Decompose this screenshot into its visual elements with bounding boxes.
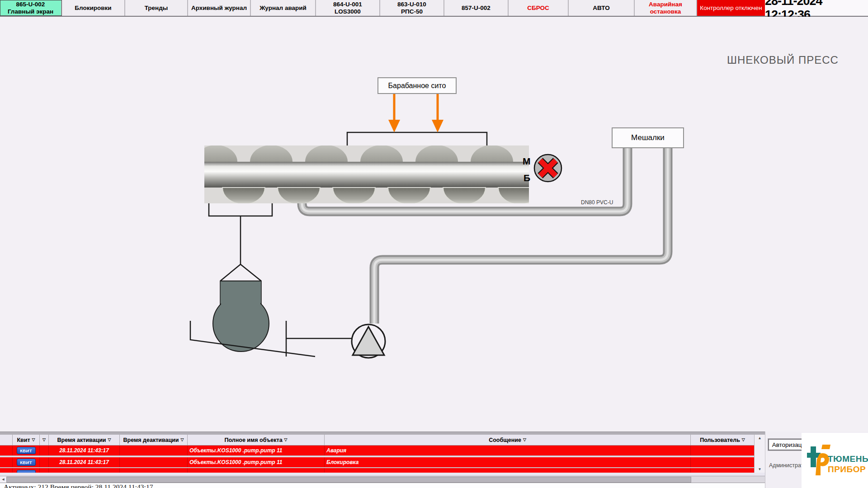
pipe-spec-label: DN80 PVC-U <box>581 199 613 206</box>
datetime-display: 28-11-2024 12:12:36 <box>765 0 868 16</box>
filter-icon[interactable]: ▽ <box>742 437 745 442</box>
filter-icon[interactable]: ▽ <box>523 437 526 442</box>
motor-stopped-icon[interactable] <box>534 155 561 182</box>
motor-m-label: М <box>523 156 531 167</box>
object-name-cell: Объекты.KOS1000 .pump.pump 11 <box>188 457 325 467</box>
tab-trends[interactable]: Тренды <box>125 0 188 16</box>
company-logo: ТЮМЕНЬ ПРИБОР <box>802 433 868 488</box>
tab-864-u-001[interactable]: 864-U-001 LOS3000 <box>316 0 380 16</box>
filter-icon[interactable]: ▽ <box>42 437 46 442</box>
scroll-up-icon[interactable]: ▲ <box>755 436 765 440</box>
message-cell: Блокировка <box>325 457 691 467</box>
pump-icon[interactable] <box>352 324 385 358</box>
header-spacer <box>0 435 13 445</box>
alarm-status-bar: Активных: 212 Время первой: 28.11.2024 1… <box>0 483 765 488</box>
acknowledge-button[interactable] <box>17 470 36 473</box>
activation-time-cell: 28.11.2024 11:43:17 <box>49 457 120 467</box>
auth-panel: Авторизация Администратор ТЮМЕНЬ ПРИБОР <box>765 432 868 488</box>
alarm-row-partial[interactable] <box>0 468 754 473</box>
acknowledge-button[interactable]: КВИТ <box>17 447 36 454</box>
drum-screen-label: Барабанное сито <box>377 77 457 94</box>
top-navigation-bar: 865-U-002 Главный экран Блокировки Тренд… <box>0 0 868 17</box>
scroll-down-icon[interactable]: ▼ <box>755 467 765 471</box>
reset-button[interactable]: СБРОС <box>509 0 569 16</box>
acknowledge-button[interactable]: КВИТ <box>17 459 36 466</box>
header-object-name[interactable]: Полное имя объекта ▽ <box>188 435 325 445</box>
scroll-left-icon[interactable]: ◀ <box>0 476 6 483</box>
mixers-label: Мешалки <box>612 127 684 148</box>
feed-arrow-left <box>388 94 400 132</box>
header-activation-time[interactable]: Время активации ▽ <box>49 435 120 445</box>
process-diagram-area: ШНЕКОВЫЙ ПРЕСС Барабанное сито Мешалки D… <box>0 17 868 432</box>
alarm-table: Квит ▽ ▽ Время активации ▽ Время деактив… <box>0 435 765 488</box>
user-cell <box>691 457 754 467</box>
controller-status-badge: Контроллер отключен <box>697 0 765 16</box>
tab-alarm-journal[interactable]: Журнал аварий <box>251 0 316 16</box>
alarm-table-header: Квит ▽ ▽ Время активации ▽ Время деактив… <box>0 435 754 446</box>
dock-divider <box>0 432 868 435</box>
emergency-stop-button[interactable]: Аварийная остановка <box>635 0 697 16</box>
sludge-tank <box>213 281 269 352</box>
header-filter[interactable]: ▽ <box>40 435 49 445</box>
activation-time-cell: 28.11.2024 11:43:17 <box>49 446 120 455</box>
header-ack[interactable]: Квит ▽ <box>13 435 40 445</box>
message-cell: Авария <box>325 446 691 455</box>
horizontal-scrollbar[interactable]: ◀ <box>0 476 765 483</box>
auto-mode-button[interactable]: АВТО <box>569 0 635 16</box>
filter-icon[interactable]: ▽ <box>32 437 35 442</box>
header-deactivation-time[interactable]: Время деактивации ▽ <box>120 435 188 445</box>
object-name-cell: Объекты.KOS1000 .pump.pump 11 <box>188 446 325 455</box>
alarm-dock: Квит ▽ ▽ Время активации ▽ Время деактив… <box>0 432 868 488</box>
tab-863-u-010[interactable]: 863-U-010 РПС-50 <box>380 0 444 16</box>
tab-interlocks[interactable]: Блокировки <box>62 0 125 16</box>
tab-main-screen[interactable]: 865-U-002 Главный экран <box>0 0 62 16</box>
filter-icon[interactable]: ▽ <box>108 437 111 442</box>
filter-icon[interactable]: ▽ <box>284 437 288 442</box>
user-cell <box>691 446 754 455</box>
page-title: ШНЕКОВЫЙ ПРЕСС <box>727 54 839 66</box>
feed-bracket-line <box>347 132 487 145</box>
alarm-row[interactable]: КВИТ 28.11.2024 11:43:17 Объекты.KOS1000… <box>0 457 754 468</box>
header-message[interactable]: Сообщение ▽ <box>325 435 691 445</box>
alarm-row[interactable]: КВИТ 28.11.2024 11:43:17 Объекты.KOS1000… <box>0 446 754 456</box>
logo-mark-icon <box>804 444 831 484</box>
tab-857-u-002[interactable]: 857-U-002 <box>444 0 509 16</box>
scrollbar-thumb[interactable] <box>6 477 691 483</box>
tab-archive-journal[interactable]: Архивный журнал <box>188 0 251 16</box>
deactivation-time-cell <box>120 457 188 467</box>
filter-icon[interactable]: ▽ <box>180 437 184 442</box>
feed-arrow-right <box>432 94 443 132</box>
header-user[interactable]: Пользователь ▽ <box>691 435 754 445</box>
motor-b-label: Б <box>524 173 530 183</box>
logo-text-line2: ПРИБОР <box>828 465 866 474</box>
screw-press <box>195 145 541 204</box>
logo-text-line1: ТЮМЕНЬ <box>828 454 868 464</box>
vertical-scrollbar[interactable]: ▲ ▼ <box>754 435 765 473</box>
discharge-funnel <box>209 203 272 281</box>
deactivation-time-cell <box>120 446 188 455</box>
